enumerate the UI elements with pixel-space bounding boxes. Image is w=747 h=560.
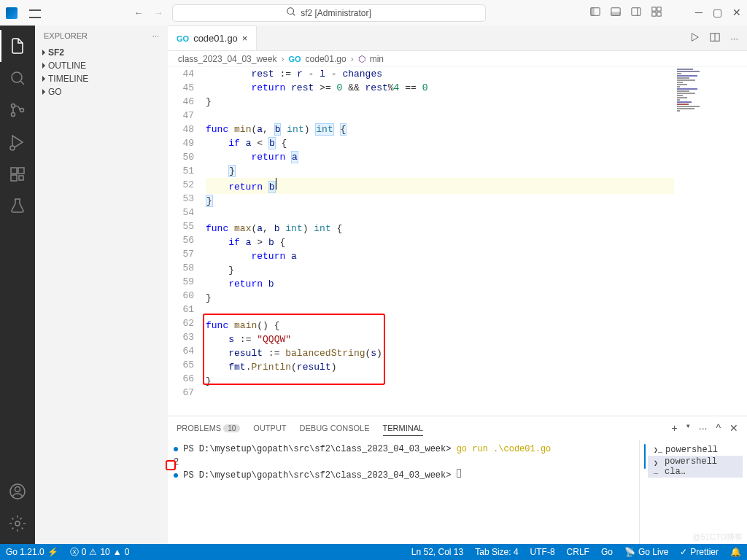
layout-toggle-right-icon[interactable] [631, 7, 641, 19]
activity-bar [0, 26, 35, 544]
status-eol[interactable]: CRLF [561, 544, 595, 560]
minimap[interactable] [674, 67, 747, 416]
svg-rect-4 [611, 12, 620, 15]
extensions-icon[interactable] [0, 158, 35, 190]
status-indent[interactable]: Tab Size: 4 [469, 544, 524, 560]
svg-rect-16 [18, 168, 24, 174]
breadcrumb[interactable]: class_2023_04_03_week› GO code01.go› ⬡ m… [168, 51, 747, 67]
svg-rect-6 [652, 7, 656, 11]
status-notifications-icon[interactable]: 🔔 [724, 544, 747, 560]
terminal-item-2[interactable]: ❯_powershell cla… [648, 456, 743, 478]
terminal-item-1[interactable]: ❯_powershell [648, 444, 743, 456]
status-lang[interactable]: Go [595, 544, 619, 560]
go-file-icon: GO [177, 34, 189, 43]
status-golive[interactable]: 📡 Go Live [619, 544, 674, 560]
new-terminal-icon[interactable]: + [672, 422, 678, 434]
vscode-logo-icon [6, 7, 18, 19]
more-icon[interactable]: ··· [699, 422, 708, 434]
go-file-icon: GO [288, 55, 301, 63]
panel-tab-debug[interactable]: DEBUG CONSOLE [300, 421, 370, 435]
sidebar-item-timeline[interactable]: TIMELINE [35, 72, 168, 85]
explorer-icon[interactable] [0, 30, 35, 62]
svg-rect-5 [632, 8, 640, 16]
nav-back-icon[interactable]: ← [134, 7, 144, 18]
svg-point-10 [12, 72, 22, 82]
panel-tab-problems[interactable]: PROBLEMS 10 [177, 421, 240, 435]
more-actions-icon[interactable]: ··· [730, 33, 738, 44]
status-problems[interactable]: ⓧ 0 ⚠ 10 ▲ 0 [64, 544, 136, 560]
sidebar-item-outline[interactable]: OUTLINE [35, 59, 168, 72]
search-placeholder: sf2 [Administrator] [301, 8, 371, 18]
command-center[interactable]: sf2 [Administrator] [172, 4, 486, 22]
window-minimize-icon[interactable]: ─ [695, 7, 703, 19]
editor-tabs: GO code01.go × ··· [168, 26, 747, 51]
testing-icon[interactable] [0, 190, 35, 222]
svg-point-14 [10, 146, 15, 150]
status-encoding[interactable]: UTF-8 [525, 544, 561, 560]
terminal-list: ❯_powershell ❯_powershell cla… [639, 440, 747, 544]
close-panel-icon[interactable]: ✕ [729, 422, 738, 434]
svg-rect-17 [11, 175, 17, 181]
line-numbers: 4445464748495051525354555657585960616263… [168, 67, 206, 416]
status-prettier[interactable]: ✓ Prettier [674, 544, 724, 560]
status-cursor[interactable]: Ln 52, Col 13 [406, 544, 469, 560]
window-close-icon[interactable]: ✕ [732, 7, 741, 19]
svg-rect-9 [657, 12, 661, 16]
code-editor[interactable]: 4445464748495051525354555657585960616263… [168, 67, 747, 416]
run-icon[interactable] [689, 32, 700, 44]
layout-toggle-left-icon[interactable] [590, 7, 600, 19]
sidebar-item-go[interactable]: GO [35, 85, 168, 98]
split-editor-icon[interactable] [710, 32, 720, 44]
sidebar: EXPLORER ··· SF2 OUTLINE TIMELINE GO [35, 26, 168, 544]
settings-gear-icon[interactable] [0, 508, 35, 540]
svg-point-0 [287, 8, 294, 15]
tab-label: code01.go [193, 33, 238, 44]
accounts-icon[interactable] [0, 475, 35, 508]
search-icon [286, 7, 296, 19]
sidebar-item-sf2[interactable]: SF2 [35, 46, 168, 59]
svg-rect-7 [657, 7, 661, 11]
status-bar: Go 1.21.0 ⚡ ⓧ 0 ⚠ 10 ▲ 0 Ln 52, Col 13 T… [0, 544, 747, 560]
svg-point-13 [20, 109, 24, 112]
customize-layout-icon[interactable] [651, 7, 662, 19]
maximize-panel-icon[interactable]: ^ [716, 422, 721, 434]
panel-tab-output[interactable]: OUTPUT [253, 421, 286, 435]
titlebar: ← → sf2 [Administrator] ─ ▢ ✕ [0, 0, 747, 26]
svg-rect-8 [652, 12, 656, 16]
symbol-icon: ⬡ [358, 54, 365, 64]
terminal-output[interactable]: PS D:\mysetup\gopath\src\sf2\class_2023_… [168, 440, 639, 544]
search-icon[interactable] [0, 62, 35, 94]
panel: PROBLEMS 10 OUTPUT DEBUG CONSOLE TERMINA… [168, 416, 747, 544]
svg-rect-18 [19, 176, 23, 180]
svg-point-12 [12, 113, 15, 117]
more-icon[interactable]: ··· [152, 31, 159, 40]
window-maximize-icon[interactable]: ▢ [713, 7, 722, 19]
terminal-dropdown-icon[interactable]: ▾ [686, 422, 690, 434]
explorer-title: EXPLORER [44, 31, 88, 40]
tab-code01[interactable]: GO code01.go × [168, 26, 257, 50]
code-content[interactable]: rest := r - l - changes return rest >= 0… [206, 67, 674, 416]
svg-point-20 [15, 487, 20, 492]
status-go-version[interactable]: Go 1.21.0 ⚡ [0, 544, 64, 560]
panel-tab-terminal[interactable]: TERMINAL [383, 421, 424, 436]
tab-close-icon[interactable]: × [242, 33, 248, 44]
svg-point-21 [15, 521, 20, 526]
nav-forward-icon[interactable]: → [154, 7, 163, 18]
source-control-icon[interactable] [0, 94, 35, 126]
svg-point-11 [12, 104, 15, 108]
svg-rect-15 [11, 168, 17, 174]
svg-rect-2 [591, 8, 594, 16]
watermark: @51CTO博客 [693, 532, 743, 542]
run-debug-icon[interactable] [0, 126, 35, 158]
layout-toggle-bottom-icon[interactable] [611, 7, 621, 19]
